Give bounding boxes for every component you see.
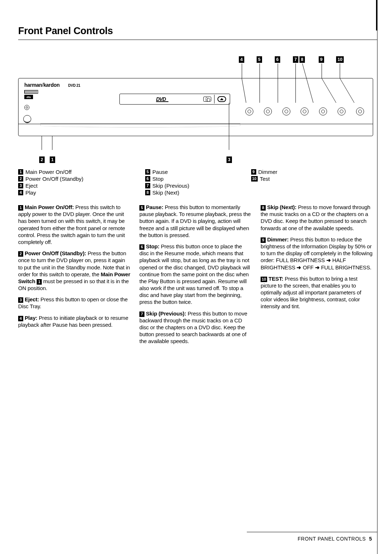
title-rule [18, 40, 377, 40]
legend-num-8: 8 [145, 190, 150, 195]
callout-6: 6 [275, 56, 280, 63]
svg-line-1 [242, 78, 246, 103]
callout-7: 7 [293, 56, 298, 63]
desc-9: 9 Dimmer: Press this button to reduce th… [261, 236, 373, 271]
footer-rule [247, 532, 377, 532]
legend-num-7: 7 [145, 183, 150, 188]
callout-1: 1 [50, 156, 55, 163]
legend-num-3: 3 [18, 183, 23, 188]
page-title: Front Panel Controls [18, 25, 373, 40]
desc-1: 1 Main Power On/Off: Press this switch t… [18, 204, 131, 245]
legend-num-1: 1 [18, 169, 23, 175]
callout-10: 10 [336, 56, 344, 63]
callout-5: 5 [257, 56, 262, 63]
desc-4: 4 Play: Press to initiate playback or to… [18, 314, 131, 328]
desc-10: 10 TEST: Press this button to bring a te… [261, 275, 373, 310]
callout-9: 9 [319, 56, 324, 63]
footer-label: FRONT PANEL CONTROLS [298, 536, 366, 542]
callout-3: 3 [226, 156, 232, 163]
legend-num-6: 6 [145, 176, 150, 182]
legend-label-7: Skip (Previous) [152, 183, 189, 189]
legend: 1Main Power On/Off 2Power On/Off (Standb… [18, 169, 373, 196]
legend-label-5: Pause [152, 169, 168, 175]
desc-7: 7 Skip (Previous): Press this button to … [139, 310, 252, 345]
legend-label-8: Skip (Next) [152, 190, 179, 196]
side-rule-thick [376, 0, 377, 30]
legend-label-10: Test [260, 176, 270, 182]
side-rule-thin [377, 30, 377, 554]
footer: FRONT PANEL CONTROLS 5 [298, 536, 372, 542]
callout-2: 2 [39, 156, 45, 163]
legend-label-1: Main Power On/Off [25, 169, 72, 175]
desc-5: 5 Pause: Press this button to momentaril… [139, 204, 252, 239]
legend-num-10: 10 [251, 176, 258, 182]
legend-num-4: 4 [18, 190, 23, 195]
footer-page: 5 [369, 536, 372, 542]
legend-num-9: 9 [251, 169, 256, 175]
body-text: 1 Main Power On/Off: Press this switch t… [18, 204, 373, 345]
desc-3: 3 Eject: Press this button to open or cl… [18, 296, 131, 310]
callout-4: 4 [239, 56, 244, 63]
desc-8: 8 Skip (Next): Press to move forward thr… [261, 204, 373, 232]
device-diagram: 4 5 6 7 8 9 10 harman/kardon DVD 21 [18, 56, 373, 165]
legend-label-9: Dimmer [258, 169, 278, 175]
legend-label-2: Power On/Off (Standby) [25, 176, 83, 182]
legend-label-4: Play [25, 190, 36, 196]
svg-line-2 [322, 78, 336, 103]
desc-2: 2 Power On/Off (Standby): Press the butt… [18, 250, 131, 292]
legend-num-2: 2 [18, 176, 23, 182]
svg-line-3 [340, 78, 354, 103]
legend-label-6: Stop [152, 176, 164, 182]
legend-label-3: Eject [25, 183, 37, 189]
legend-num-5: 5 [145, 169, 150, 175]
callout-8: 8 [299, 56, 305, 63]
desc-6: 6 Stop: Press this button once to place … [139, 243, 252, 306]
